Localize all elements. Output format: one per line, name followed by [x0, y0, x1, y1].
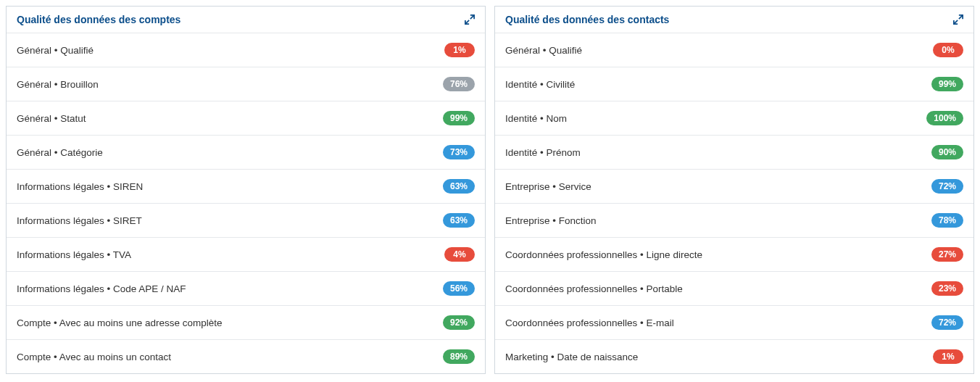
percentage-badge: 0%	[933, 43, 963, 57]
data-quality-row: Compte • Avec au moins un contact89%	[7, 340, 485, 373]
panel-accounts-quality: Qualité des données des comptes Général …	[6, 6, 486, 374]
percentage-badge: 27%	[931, 247, 963, 262]
row-label: Identité • Prénom	[505, 147, 581, 158]
data-quality-row: Compte • Avec au moins une adresse compl…	[7, 306, 485, 340]
percentage-badge: 72%	[931, 179, 963, 194]
percentage-badge: 1%	[933, 349, 963, 364]
data-quality-row: Coordonnées professionnelles • Portable2…	[495, 272, 973, 306]
data-quality-row: Informations légales • SIREN63%	[7, 170, 485, 204]
data-quality-row: Général • Catégorie73%	[7, 136, 485, 170]
panel-body: Général • Qualifié1%Général • Brouillon7…	[7, 33, 485, 373]
row-label: Marketing • Date de naissance	[505, 352, 638, 362]
data-quality-row: Identité • Civilité99%	[495, 67, 973, 101]
row-label: Général • Qualifié	[505, 45, 582, 56]
row-label: Informations légales • TVA	[17, 249, 131, 260]
row-label: Général • Qualifié	[17, 45, 94, 56]
row-label: Général • Catégorie	[17, 147, 103, 158]
panel-title: Qualité des données des contacts	[505, 14, 669, 25]
percentage-badge: 89%	[443, 349, 475, 364]
percentage-badge: 99%	[443, 111, 475, 125]
percentage-badge: 72%	[931, 315, 963, 330]
row-label: Coordonnées professionnelles • E-mail	[505, 317, 674, 328]
percentage-badge: 63%	[443, 179, 475, 194]
data-quality-row: Identité • Nom100%	[495, 101, 973, 136]
panel-title: Qualité des données des comptes	[17, 14, 180, 25]
data-quality-row: Coordonnées professionnelles • Ligne dir…	[495, 238, 973, 272]
data-quality-row: Général • Brouillon76%	[7, 67, 485, 101]
data-quality-row: Général • Statut99%	[7, 101, 485, 136]
percentage-badge: 73%	[443, 145, 475, 159]
row-label: Général • Brouillon	[17, 79, 99, 90]
panel-body: Général • Qualifié0%Identité • Civilité9…	[495, 33, 973, 373]
data-quality-row: Identité • Prénom90%	[495, 136, 973, 170]
panel-contacts-quality: Qualité des données des contacts Général…	[494, 6, 974, 374]
percentage-badge: 4%	[444, 247, 475, 262]
row-label: Entreprise • Service	[505, 181, 591, 192]
row-label: Informations légales • SIRET	[17, 215, 142, 226]
data-quality-row: Informations légales • Code APE / NAF56%	[7, 272, 485, 306]
row-label: Coordonnées professionnelles • Ligne dir…	[505, 249, 702, 260]
percentage-badge: 1%	[444, 43, 475, 57]
data-quality-row: Informations légales • TVA4%	[7, 238, 485, 272]
row-label: Compte • Avec au moins une adresse compl…	[17, 317, 223, 328]
row-label: Compte • Avec au moins un contact	[17, 352, 171, 362]
data-quality-row: Entreprise • Fonction78%	[495, 204, 973, 238]
row-label: Informations légales • SIREN	[17, 181, 143, 192]
row-label: Général • Statut	[17, 113, 86, 124]
data-quality-row: Marketing • Date de naissance1%	[495, 340, 973, 373]
panels-container: Qualité des données des comptes Général …	[6, 6, 974, 374]
percentage-badge: 100%	[926, 111, 963, 125]
row-label: Identité • Nom	[505, 113, 567, 124]
percentage-badge: 90%	[931, 145, 963, 159]
panel-header: Qualité des données des comptes	[7, 7, 485, 33]
expand-icon[interactable]	[953, 14, 963, 25]
row-label: Identité • Civilité	[505, 79, 575, 90]
percentage-badge: 92%	[443, 315, 475, 330]
data-quality-row: Coordonnées professionnelles • E-mail72%	[495, 306, 973, 340]
percentage-badge: 63%	[443, 213, 475, 228]
percentage-badge: 56%	[443, 281, 475, 296]
percentage-badge: 23%	[931, 281, 963, 296]
data-quality-row: Informations légales • SIRET63%	[7, 204, 485, 238]
panel-header: Qualité des données des contacts	[495, 7, 973, 33]
row-label: Entreprise • Fonction	[505, 215, 597, 226]
data-quality-row: Général • Qualifié0%	[495, 33, 973, 67]
expand-icon[interactable]	[465, 14, 475, 25]
percentage-badge: 76%	[443, 77, 475, 91]
data-quality-row: Entreprise • Service72%	[495, 170, 973, 204]
row-label: Informations légales • Code APE / NAF	[17, 283, 186, 294]
row-label: Coordonnées professionnelles • Portable	[505, 283, 683, 294]
percentage-badge: 99%	[931, 77, 963, 91]
percentage-badge: 78%	[931, 213, 963, 228]
data-quality-row: Général • Qualifié1%	[7, 33, 485, 67]
